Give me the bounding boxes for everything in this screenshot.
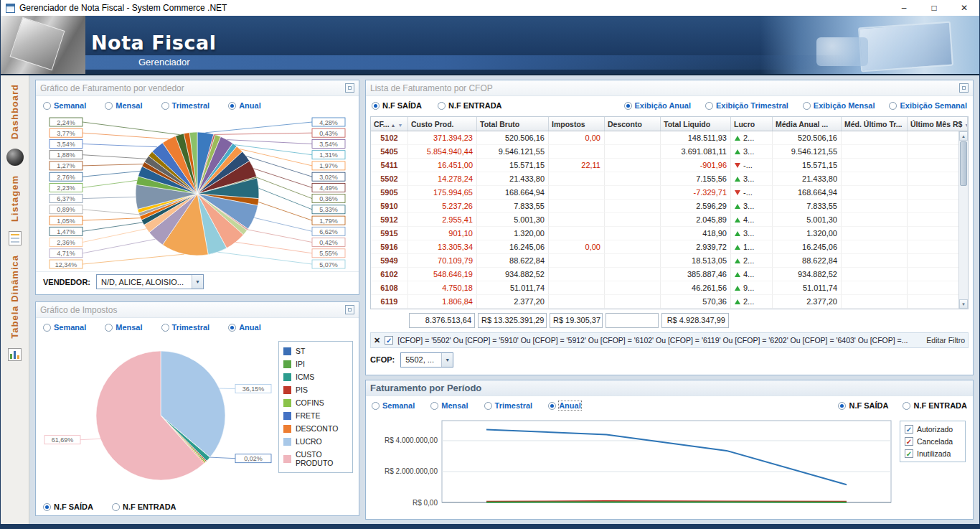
radio-trimestral[interactable]: Trimestral (161, 101, 210, 110)
table-row[interactable]: 5915901,101.320,00418,903...1.320,00 (371, 227, 968, 240)
radio-mensal[interactable]: Mensal (105, 101, 142, 110)
legend-label: CUSTO PRODUTO (296, 450, 348, 467)
globe-icon[interactable] (6, 149, 24, 166)
radio-n-f-sa-da[interactable]: N.F SAÍDA (43, 502, 93, 511)
radio-n-f-sa-da[interactable]: N.F SAÍDA (372, 101, 422, 110)
legend-item[interactable]: FRETE (283, 411, 348, 420)
radio-n-f-entrada[interactable]: N.F ENTRADA (903, 401, 967, 410)
list-icon[interactable] (9, 231, 22, 245)
legend-item[interactable]: DESCONTO (283, 424, 348, 433)
chart-icon[interactable] (8, 348, 22, 362)
lucro-cell: 2... (731, 295, 773, 309)
column-header[interactable]: Último Mês R$ (908, 117, 968, 131)
legend-item-inutilizada[interactable]: Inutilizada (905, 449, 961, 458)
column-header[interactable]: Custo Prod. (408, 117, 477, 131)
chevron-down-icon[interactable] (441, 353, 453, 367)
legend-item-cancelada[interactable]: Cancelada (905, 437, 961, 446)
radio-semanal[interactable]: Semanal (372, 401, 415, 410)
cfop-combo[interactable]: 5502, ... (400, 352, 453, 368)
column-header[interactable]: Total Bruto (477, 117, 549, 131)
legend-item[interactable]: ICMS (283, 373, 348, 381)
close-button[interactable]: ✕ (949, 0, 979, 16)
radio-n-f-entrada[interactable]: N.F ENTRADA (112, 502, 176, 511)
column-header[interactable]: Média Anual ... (773, 117, 842, 131)
column-header[interactable]: CF... (371, 117, 408, 131)
table-row[interactable]: 594970.109,7988.622,8418.513,052...88.62… (371, 254, 968, 268)
legend-item[interactable]: IPI (283, 360, 348, 368)
totals-cell: 8.376.513,64 (407, 312, 476, 329)
column-header[interactable]: Méd. Último Tr... (842, 117, 908, 131)
radio-trimestral[interactable]: Trimestral (161, 323, 210, 332)
table-row[interactable]: 59105.237,267.833,552.596,293...7.833,55 (371, 200, 968, 213)
lucro-value: -... (743, 159, 753, 172)
radio-exibi-o-mensal[interactable]: Exibição Mensal (803, 101, 875, 110)
checkbox-icon[interactable] (905, 425, 913, 434)
radio-anual[interactable]: Anual (228, 101, 261, 110)
pie-label: 2,23% (57, 184, 75, 192)
radio-n-f-entrada[interactable]: N.F ENTRADA (438, 101, 502, 110)
radio-exibi-o-semanal[interactable]: Exibição Semanal (889, 101, 967, 110)
total-box (606, 313, 659, 328)
checkbox-icon[interactable] (905, 449, 913, 458)
table-row[interactable]: 5102371.394,23520.506,160,00148.511,932.… (371, 131, 968, 145)
table-row[interactable]: 59122.955,415.001,302.045,894...5.001,30 (371, 213, 968, 227)
table-row[interactable]: 541116.451,0015.571,1522,11-901,96-...15… (371, 159, 968, 172)
radio-anual[interactable]: Anual (548, 401, 581, 410)
legend-item[interactable]: ST (283, 347, 348, 355)
table-row[interactable]: 61084.750,1851.011,7446.261,569...51.011… (371, 281, 968, 295)
column-header[interactable]: Total Liquido (661, 117, 731, 131)
column-header[interactable]: Lucro (731, 117, 773, 131)
label-leader-line (235, 242, 312, 253)
vertical-scrollbar[interactable] (958, 131, 968, 309)
scroll-down-icon[interactable] (959, 299, 968, 309)
radio-label: Semanal (54, 101, 86, 110)
table-row[interactable]: 6102548.646,19934.882,52385.887,464...93… (371, 268, 968, 281)
collapse-button[interactable] (959, 83, 969, 93)
column-header[interactable]: Desconto (605, 117, 661, 131)
table-row[interactable]: 54055.854.940,449.546.121,553.691.081,11… (371, 145, 968, 159)
clear-filter-icon[interactable]: ✕ (374, 336, 380, 345)
column-header[interactable]: Impostos (549, 117, 605, 131)
table-row[interactable]: 5905175.994,65168.664,94-7.329,71-...168… (371, 186, 968, 200)
filter-funnel-icon[interactable] (962, 120, 968, 128)
radio-semanal[interactable]: Semanal (43, 101, 86, 110)
radio-mensal[interactable]: Mensal (430, 401, 468, 410)
checkbox-icon[interactable] (905, 437, 913, 446)
radio-anual[interactable]: Anual (228, 323, 261, 332)
legend-label: Inutilizada (917, 449, 951, 458)
radio-n-f-sa-da[interactable]: N.F SAÍDA (838, 401, 888, 410)
filter-funnel-icon[interactable] (396, 120, 403, 128)
legend-item[interactable]: PIS (283, 385, 348, 394)
collapse-button[interactable] (345, 83, 354, 93)
legend-item[interactable]: CUSTO PRODUTO (283, 450, 348, 467)
minimize-button[interactable]: – (889, 0, 919, 16)
collapse-button[interactable] (345, 305, 354, 314)
filter-checkbox[interactable] (385, 336, 393, 345)
legend-item[interactable]: LUCRO (283, 437, 348, 446)
cell: 5949 (371, 254, 408, 268)
scrollbar-thumb[interactable] (960, 141, 967, 186)
sidebar-item-listagem[interactable]: Listagem (9, 175, 20, 222)
scrollbar-track[interactable] (959, 187, 968, 299)
radio-dot (372, 102, 380, 110)
radio-exibi-o-anual[interactable]: Exibição Anual (624, 101, 691, 110)
legend-item[interactable]: COFINS (283, 398, 348, 407)
table-row[interactable]: 591613.305,3416.245,060,002.939,721...16… (371, 240, 968, 254)
radio-semanal[interactable]: Semanal (43, 323, 86, 332)
legend-item-autorizado[interactable]: Autorizado (905, 425, 961, 434)
pie-label: 1,47% (57, 228, 75, 235)
scroll-up-icon[interactable] (959, 131, 968, 141)
panel-header: Gráfico de Impostos (36, 302, 359, 318)
sidebar-item-tabela-dinamica[interactable]: Tabela Dinâmica (9, 255, 20, 339)
vendor-combo[interactable]: N/D, ALICE, ALOISIO... (96, 274, 204, 289)
chevron-down-icon[interactable] (192, 275, 203, 289)
table-row[interactable]: 61191.806,842.377,20570,362...2.377,20 (371, 295, 968, 309)
radio-mensal[interactable]: Mensal (105, 323, 142, 332)
maximize-button[interactable]: □ (919, 0, 949, 16)
table-row[interactable]: 550214.278,2421.433,807.155,563...21.433… (371, 172, 968, 186)
column-header-label: Impostos (552, 120, 585, 128)
sidebar-item-dashboard[interactable]: Dashboard (9, 84, 20, 139)
edit-filter-link[interactable]: Editar Filtro (926, 336, 965, 345)
radio-exibi-o-trimestral[interactable]: Exibição Trimestral (705, 101, 788, 110)
radio-trimestral[interactable]: Trimestral (484, 401, 533, 410)
